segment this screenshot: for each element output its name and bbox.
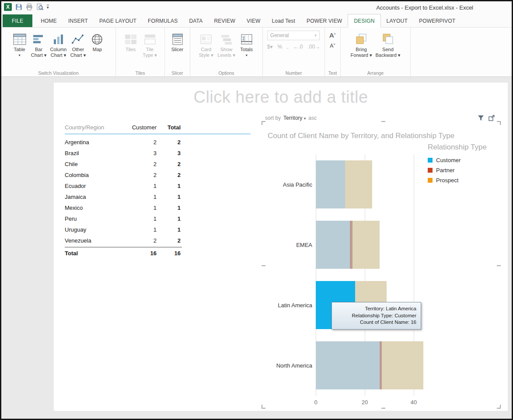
comma-icon: ,: [287, 44, 288, 50]
excel-window: X ▾ Accounts - Export to Excel.xlsx - Ex…: [0, 0, 513, 420]
table-cell: Colombia: [65, 172, 128, 178]
table-cell: Mexico: [65, 205, 128, 211]
canvas: Click here to add a title Country/Region…: [1, 77, 512, 419]
tab-design[interactable]: DESIGN: [348, 14, 380, 28]
table-header: Country/Region Customer Total: [65, 124, 251, 134]
table-icon: [13, 31, 26, 45]
group-switch-visualization: Table ▾ Bar Chart ▾ Column Chart ▾: [1, 28, 116, 76]
bring-forward-icon: [355, 31, 368, 45]
number-format-select: General ▾: [267, 31, 320, 40]
tab-powerpivot[interactable]: POWERPIVOT: [413, 14, 461, 27]
ribbon-spacer: [411, 28, 512, 76]
sort-field-dropdown[interactable]: Territory ▾: [283, 115, 306, 121]
group-tiles: Tiles Tile Type ▾ Tiles: [116, 28, 165, 76]
save-icon[interactable]: [15, 3, 22, 10]
bring-forward-button[interactable]: Bring Forward ▾: [349, 29, 374, 58]
tab-review[interactable]: REVIEW: [208, 14, 241, 27]
table-cell: Venezuela: [65, 237, 128, 244]
group-arrange: Bring Forward ▾ Send Backward ▾ Arrange: [341, 28, 411, 76]
tab-formulas[interactable]: FORMULAS: [142, 14, 183, 27]
print-preview-icon[interactable]: [36, 3, 43, 10]
tab-power-view[interactable]: POWER VIEW: [301, 14, 348, 27]
tab-page-layout[interactable]: PAGE LAYOUT: [94, 14, 142, 27]
bar-segment-prospect[interactable]: [345, 160, 372, 208]
table-row[interactable]: Chile22: [65, 159, 182, 170]
table-cell: 3: [128, 150, 157, 156]
group-label: Tiles: [116, 70, 164, 76]
bar-segment-prospect[interactable]: [382, 341, 423, 389]
group-label: Switch Visualization: [1, 70, 115, 76]
tab-view[interactable]: VIEW: [241, 14, 266, 27]
tile-type-button: Tile Type ▾: [140, 29, 160, 58]
stacked-bar: [316, 341, 423, 389]
map-button[interactable]: Map: [87, 29, 107, 52]
table-cell: 1: [157, 205, 181, 211]
table-button[interactable]: Table ▾: [10, 29, 29, 58]
table-cell: 1: [157, 215, 181, 222]
resize-handle-bottom[interactable]: [381, 408, 385, 409]
totals-button[interactable]: Σ Totals ▾: [237, 29, 256, 58]
category-label: Latin America: [262, 275, 312, 335]
excel-logo-icon[interactable]: X: [4, 3, 12, 11]
qat-customize-icon[interactable]: ▾: [47, 5, 49, 9]
filter-icon[interactable]: [478, 115, 484, 123]
table-cell: 1: [128, 226, 157, 233]
resize-handle-top-left[interactable]: [262, 121, 265, 125]
decrease-font-icon[interactable]: A˅: [330, 41, 335, 49]
table-cell: 2: [128, 161, 157, 167]
group-label: Options: [190, 70, 262, 76]
show-levels-icon: [220, 31, 233, 45]
send-backward-button[interactable]: Send Backward ▾: [374, 29, 402, 58]
bar-segment-prospect[interactable]: [352, 221, 380, 269]
tab-data[interactable]: DATA: [183, 14, 208, 27]
tab-load-test[interactable]: Load Test: [266, 14, 301, 27]
bar-row: [316, 215, 504, 275]
chart-visual[interactable]: sort by Territory ▾ asc: [262, 115, 506, 410]
x-tick-label: 20: [362, 399, 368, 406]
resize-handle-top[interactable]: [381, 121, 385, 122]
bar-chart-icon: [32, 31, 45, 45]
table-cell: 1: [128, 215, 157, 222]
resize-handle-bottom-left[interactable]: [262, 405, 265, 409]
bar-segment-customer[interactable]: [316, 341, 380, 389]
visual-tools: [478, 115, 495, 123]
group-label: Slicer: [165, 70, 190, 76]
ribbon-tabs: FILEHOMEINSERTPAGE LAYOUTFORMULASDATAREV…: [1, 14, 512, 28]
tab-file[interactable]: FILE: [3, 14, 32, 27]
svg-text:Σ: Σ: [242, 36, 245, 41]
table-row[interactable]: Ecuador11: [65, 180, 182, 191]
table-row[interactable]: Venezuela22: [65, 235, 182, 246]
table-row[interactable]: Mexico11: [65, 202, 182, 213]
pv-table-body: Argentina22Brazil33Chile22Colombia22Ecua…: [65, 134, 251, 246]
slicer-button[interactable]: Slicer: [168, 29, 187, 52]
sort-order-toggle[interactable]: asc: [308, 115, 317, 121]
tab-home[interactable]: HOME: [35, 14, 63, 27]
tab-layout[interactable]: LAYOUT: [381, 14, 413, 27]
bar-segment-customer[interactable]: [316, 221, 350, 269]
tooltip-line: Relationship Type: Customer: [336, 312, 416, 319]
table-row[interactable]: Uruguay11: [65, 224, 182, 235]
increase-font-icon[interactable]: A˄: [329, 31, 336, 38]
category-axis: Asia PacificEMEALatin AmericaNorth Ameri…: [262, 154, 312, 396]
column-chart-button[interactable]: Column Chart ▾: [49, 29, 69, 58]
bar-chart-button[interactable]: Bar Chart ▾: [29, 29, 49, 58]
tab-insert[interactable]: INSERT: [63, 14, 94, 27]
table-row[interactable]: Brazil33: [65, 148, 182, 159]
table-visual[interactable]: Country/Region Customer Total Argentina2…: [65, 124, 251, 259]
table-row[interactable]: Peru11: [65, 213, 182, 224]
table-row[interactable]: Colombia22: [65, 170, 182, 180]
table-cell: 2: [128, 237, 157, 244]
bar-segment-customer[interactable]: [316, 160, 345, 208]
chevron-down-icon: ▾: [304, 116, 306, 121]
report-title-placeholder[interactable]: Click here to add a title: [54, 88, 508, 107]
other-chart-button[interactable]: Other Chart ▾: [68, 29, 87, 58]
tooltip-line: Territory: Latin America: [336, 305, 416, 312]
table-total-row: Total 16 16: [65, 247, 182, 259]
table-row[interactable]: Jamaica11: [65, 191, 182, 202]
quick-print-icon[interactable]: [26, 3, 33, 10]
table-row[interactable]: Argentina22: [65, 137, 182, 148]
group-number: General ▾ $▾ % , ←.0 .00→ Number: [263, 28, 325, 76]
resize-handle-top-right[interactable]: [497, 121, 501, 125]
increase-decimal-icon: ←.0: [293, 44, 303, 50]
popout-icon[interactable]: [489, 115, 495, 123]
